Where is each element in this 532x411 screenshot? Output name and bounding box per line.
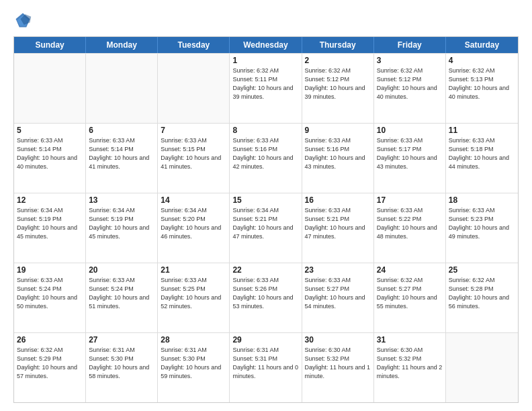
day-number: 31 — [377, 335, 443, 345]
day-info: Sunrise: 6:33 AM Sunset: 5:18 PM Dayligh… — [449, 136, 515, 171]
calendar-cell: 9Sunrise: 6:33 AM Sunset: 5:16 PM Daylig… — [302, 124, 374, 193]
page: SundayMondayTuesdayWednesdayThursdayFrid… — [0, 0, 532, 411]
calendar-week-4: 19Sunrise: 6:33 AM Sunset: 5:24 PM Dayli… — [14, 263, 518, 332]
calendar-cell: 11Sunrise: 6:33 AM Sunset: 5:18 PM Dayli… — [446, 124, 518, 193]
day-info: Sunrise: 6:33 AM Sunset: 5:14 PM Dayligh… — [89, 136, 154, 171]
day-info: Sunrise: 6:30 AM Sunset: 5:32 PM Dayligh… — [305, 346, 371, 381]
day-number: 19 — [17, 265, 83, 275]
calendar-cell: 13Sunrise: 6:34 AM Sunset: 5:19 PM Dayli… — [86, 193, 158, 263]
calendar-cell: 23Sunrise: 6:33 AM Sunset: 5:27 PM Dayli… — [302, 263, 374, 332]
day-number: 20 — [89, 265, 154, 275]
day-info: Sunrise: 6:34 AM Sunset: 5:21 PM Dayligh… — [232, 206, 298, 241]
calendar-cell: 21Sunrise: 6:33 AM Sunset: 5:25 PM Dayli… — [158, 263, 230, 332]
calendar: SundayMondayTuesdayWednesdayThursdayFrid… — [13, 36, 519, 403]
day-info: Sunrise: 6:32 AM Sunset: 5:27 PM Dayligh… — [377, 276, 443, 311]
calendar-cell: 14Sunrise: 6:34 AM Sunset: 5:20 PM Dayli… — [158, 193, 230, 263]
calendar-cell: 16Sunrise: 6:33 AM Sunset: 5:21 PM Dayli… — [302, 193, 374, 263]
calendar-cell: 3Sunrise: 6:32 AM Sunset: 5:12 PM Daylig… — [374, 54, 446, 123]
calendar-week-1: 1Sunrise: 6:32 AM Sunset: 5:11 PM Daylig… — [14, 53, 518, 123]
day-info: Sunrise: 6:33 AM Sunset: 5:17 PM Dayligh… — [377, 136, 443, 171]
day-info: Sunrise: 6:33 AM Sunset: 5:21 PM Dayligh… — [305, 206, 371, 241]
calendar-header-saturday: Saturday — [446, 37, 518, 53]
day-number: 28 — [161, 335, 226, 345]
day-info: Sunrise: 6:33 AM Sunset: 5:26 PM Dayligh… — [232, 276, 298, 311]
calendar-cell: 12Sunrise: 6:34 AM Sunset: 5:19 PM Dayli… — [14, 193, 86, 263]
day-number: 13 — [89, 195, 154, 205]
calendar-week-5: 26Sunrise: 6:32 AM Sunset: 5:29 PM Dayli… — [14, 332, 518, 402]
day-info: Sunrise: 6:31 AM Sunset: 5:31 PM Dayligh… — [232, 346, 298, 381]
calendar-cell: 28Sunrise: 6:31 AM Sunset: 5:30 PM Dayli… — [158, 333, 230, 402]
calendar-cell: 5Sunrise: 6:33 AM Sunset: 5:14 PM Daylig… — [14, 124, 86, 193]
calendar-week-2: 5Sunrise: 6:33 AM Sunset: 5:14 PM Daylig… — [14, 123, 518, 193]
calendar-header-monday: Monday — [86, 37, 158, 53]
calendar-header-thursday: Thursday — [302, 37, 374, 53]
logo — [13, 11, 35, 30]
day-number: 17 — [377, 195, 443, 205]
day-info: Sunrise: 6:32 AM Sunset: 5:12 PM Dayligh… — [305, 66, 371, 101]
day-info: Sunrise: 6:33 AM Sunset: 5:16 PM Dayligh… — [232, 136, 298, 171]
day-number: 22 — [232, 265, 298, 275]
calendar-cell — [14, 54, 86, 123]
calendar-cell: 29Sunrise: 6:31 AM Sunset: 5:31 PM Dayli… — [230, 333, 302, 402]
calendar-cell: 7Sunrise: 6:33 AM Sunset: 5:15 PM Daylig… — [158, 124, 230, 193]
day-number: 4 — [449, 56, 515, 65]
day-info: Sunrise: 6:30 AM Sunset: 5:32 PM Dayligh… — [377, 346, 443, 381]
day-number: 8 — [232, 126, 298, 135]
calendar-cell: 31Sunrise: 6:30 AM Sunset: 5:32 PM Dayli… — [374, 333, 446, 402]
day-number: 11 — [449, 126, 515, 135]
day-number: 18 — [449, 195, 515, 205]
calendar-body: 1Sunrise: 6:32 AM Sunset: 5:11 PM Daylig… — [14, 53, 518, 402]
day-number: 16 — [305, 195, 371, 205]
day-info: Sunrise: 6:31 AM Sunset: 5:30 PM Dayligh… — [89, 346, 154, 381]
day-info: Sunrise: 6:31 AM Sunset: 5:30 PM Dayligh… — [161, 346, 226, 381]
day-number: 1 — [232, 56, 298, 65]
day-number: 24 — [377, 265, 443, 275]
calendar-cell: 26Sunrise: 6:32 AM Sunset: 5:29 PM Dayli… — [14, 333, 86, 402]
calendar-cell: 1Sunrise: 6:32 AM Sunset: 5:11 PM Daylig… — [230, 54, 302, 123]
day-info: Sunrise: 6:33 AM Sunset: 5:22 PM Dayligh… — [377, 206, 443, 241]
day-info: Sunrise: 6:33 AM Sunset: 5:24 PM Dayligh… — [17, 276, 83, 311]
day-number: 27 — [89, 335, 154, 345]
day-info: Sunrise: 6:32 AM Sunset: 5:13 PM Dayligh… — [449, 66, 515, 101]
day-number: 9 — [305, 126, 371, 135]
calendar-cell: 2Sunrise: 6:32 AM Sunset: 5:12 PM Daylig… — [302, 54, 374, 123]
calendar-cell — [446, 333, 518, 402]
day-number: 10 — [377, 126, 443, 135]
day-number: 29 — [232, 335, 298, 345]
day-info: Sunrise: 6:32 AM Sunset: 5:28 PM Dayligh… — [449, 276, 515, 311]
calendar-cell — [158, 54, 230, 123]
day-number: 23 — [305, 265, 371, 275]
calendar-cell: 18Sunrise: 6:33 AM Sunset: 5:23 PM Dayli… — [446, 193, 518, 263]
calendar-cell: 30Sunrise: 6:30 AM Sunset: 5:32 PM Dayli… — [302, 333, 374, 402]
day-info: Sunrise: 6:33 AM Sunset: 5:23 PM Dayligh… — [449, 206, 515, 241]
day-info: Sunrise: 6:34 AM Sunset: 5:19 PM Dayligh… — [17, 206, 83, 241]
day-info: Sunrise: 6:34 AM Sunset: 5:19 PM Dayligh… — [89, 206, 154, 241]
day-info: Sunrise: 6:33 AM Sunset: 5:15 PM Dayligh… — [161, 136, 226, 171]
day-number: 25 — [449, 265, 515, 275]
day-info: Sunrise: 6:33 AM Sunset: 5:24 PM Dayligh… — [89, 276, 154, 311]
day-number: 21 — [161, 265, 226, 275]
calendar-cell: 15Sunrise: 6:34 AM Sunset: 5:21 PM Dayli… — [230, 193, 302, 263]
calendar-cell: 6Sunrise: 6:33 AM Sunset: 5:14 PM Daylig… — [86, 124, 158, 193]
calendar-cell: 19Sunrise: 6:33 AM Sunset: 5:24 PM Dayli… — [14, 263, 86, 332]
calendar-header-tuesday: Tuesday — [158, 37, 230, 53]
day-info: Sunrise: 6:33 AM Sunset: 5:14 PM Dayligh… — [17, 136, 83, 171]
day-info: Sunrise: 6:33 AM Sunset: 5:27 PM Dayligh… — [305, 276, 371, 311]
day-info: Sunrise: 6:32 AM Sunset: 5:29 PM Dayligh… — [17, 346, 83, 381]
calendar-header: SundayMondayTuesdayWednesdayThursdayFrid… — [14, 37, 518, 53]
day-number: 30 — [305, 335, 371, 345]
calendar-cell: 24Sunrise: 6:32 AM Sunset: 5:27 PM Dayli… — [374, 263, 446, 332]
calendar-cell: 4Sunrise: 6:32 AM Sunset: 5:13 PM Daylig… — [446, 54, 518, 123]
day-number: 6 — [89, 126, 154, 135]
day-number: 14 — [161, 195, 226, 205]
day-info: Sunrise: 6:32 AM Sunset: 5:12 PM Dayligh… — [377, 66, 443, 101]
day-number: 2 — [305, 56, 371, 65]
day-number: 26 — [17, 335, 83, 345]
day-number: 15 — [232, 195, 298, 205]
day-info: Sunrise: 6:34 AM Sunset: 5:20 PM Dayligh… — [161, 206, 226, 241]
calendar-cell — [86, 54, 158, 123]
day-info: Sunrise: 6:33 AM Sunset: 5:16 PM Dayligh… — [305, 136, 371, 171]
day-number: 12 — [17, 195, 83, 205]
calendar-cell: 10Sunrise: 6:33 AM Sunset: 5:17 PM Dayli… — [374, 124, 446, 193]
calendar-week-3: 12Sunrise: 6:34 AM Sunset: 5:19 PM Dayli… — [14, 193, 518, 263]
